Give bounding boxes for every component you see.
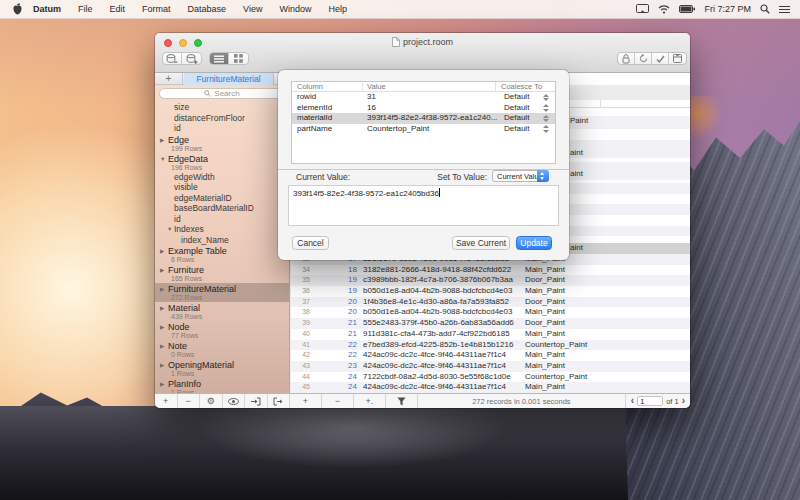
lock-icon[interactable]: [618, 53, 635, 64]
add-tab-button[interactable]: +: [155, 73, 183, 85]
coalesce-stepper-icon[interactable]: [543, 94, 550, 102]
row-number: 37: [291, 297, 310, 308]
sidebar-item-planinfo[interactable]: ▶PlanInfo1 Rows: [155, 378, 289, 393]
table-row[interactable]: 44247122cbdf-08a2-4d5d-8030-5e55f68c1d0e…: [291, 372, 690, 383]
menu-item-file[interactable]: File: [78, 4, 93, 14]
sidebar-item-index-name[interactable]: index_Name: [155, 235, 289, 246]
cancel-button[interactable]: Cancel: [292, 236, 329, 250]
table-row[interactable]: 3820b050d1e8-ad04-4b2b-9088-bdcfcbcd4e03…: [291, 307, 690, 318]
table-row[interactable]: 34183182e881-2666-418d-9418-88f42cfdd622…: [291, 265, 690, 276]
table-row[interactable]: 4323424ac09c-dc2c-4fce-9f46-44311ae7f1c4…: [291, 361, 690, 372]
list-view-button[interactable]: [210, 53, 229, 64]
table-row[interactable]: 4122e7bed389-efcd-4225-852b-1e4b815b1216…: [291, 340, 690, 351]
coalesce-stepper-icon[interactable]: [543, 125, 550, 133]
sidebar-item-example-table[interactable]: ▶Example Table6 Rows: [155, 245, 289, 264]
delete-record-button[interactable]: −: [322, 394, 354, 408]
page-number-input[interactable]: [637, 396, 663, 406]
disclosure-collapsed-icon[interactable]: ▶: [160, 381, 164, 387]
menu-item-help[interactable]: Help: [328, 4, 347, 14]
sidebar-item-furniturematerial[interactable]: ▶FurnitureMaterial272 Rows: [155, 283, 289, 302]
table-row[interactable]: 3519c3989bbb-182f-4c7a-b706-3876b067b3aa…: [291, 275, 690, 286]
row-number: 40: [291, 329, 310, 340]
disclosure-collapsed-icon[interactable]: ▶: [160, 248, 164, 254]
apple-menu-icon[interactable]: [12, 3, 23, 16]
table-row[interactable]: 4222424ac09c-dc2c-4fce-9f46-44311ae7f1c4…: [291, 350, 690, 361]
sidebar-search-input[interactable]: Search: [159, 88, 285, 99]
import-icon[interactable]: [245, 394, 268, 408]
save-current-button[interactable]: Save Current: [452, 236, 510, 250]
display-mirroring-icon[interactable]: [636, 4, 649, 14]
popover-row-partname[interactable]: partNameCountertop_PaintDefault: [292, 124, 555, 135]
sidebar-item-edgewidth[interactable]: edgeWidth: [155, 172, 289, 183]
menu-bar-clock[interactable]: Fri 7:27 PM: [704, 4, 751, 14]
sidebar-item-material[interactable]: ▶Material439 Rows: [155, 302, 289, 321]
sidebar-item-distancefromfloor[interactable]: distanceFromFloor: [155, 113, 289, 124]
sidebar-item-baseboardmaterialid[interactable]: baseBoardMaterialID: [155, 203, 289, 214]
spotlight-icon[interactable]: [760, 4, 770, 14]
sidebar-item-visible[interactable]: visible: [155, 182, 289, 193]
disclosure-expanded-icon[interactable]: ▼: [167, 224, 172, 235]
table-row[interactable]: 3921555e2483-379f-45b0-a26b-6ab83a56add6…: [291, 318, 690, 329]
popover-row-elementid[interactable]: elementId16Default: [292, 103, 555, 114]
menu-item-format[interactable]: Format: [142, 4, 171, 14]
cell-materialid: 3182e881-2666-418d-9418-88f42cfdd622: [363, 265, 511, 276]
sidebar-item-indexes[interactable]: ▼Indexes: [155, 224, 289, 235]
menu-item-view[interactable]: View: [243, 4, 262, 14]
sidebar-item-node[interactable]: ▶Node77 Rows: [155, 321, 289, 340]
coalesce-stepper-icon[interactable]: [543, 104, 550, 112]
table-row[interactable]: 4524424ac09c-dc2c-4fce-9f46-44311ae7f1c4…: [291, 382, 690, 393]
sidebar-add-button[interactable]: +: [155, 394, 178, 408]
table-row[interactable]: 37201f4b36e8-4e1c-4d30-a86a-fa7a593fa852…: [291, 297, 690, 308]
menu-item-database[interactable]: Database: [188, 4, 227, 14]
grid-view-button[interactable]: [229, 53, 248, 64]
disclosure-collapsed-icon[interactable]: ▶: [160, 362, 164, 368]
disclosure-collapsed-icon[interactable]: ▶: [160, 137, 164, 143]
title-bar[interactable]: project.room: [155, 33, 690, 73]
menu-item-edit[interactable]: Edit: [110, 4, 126, 14]
archive-box-icon[interactable]: [669, 53, 686, 64]
sidebar-item-size[interactable]: size: [155, 102, 289, 113]
sidebar-item-note[interactable]: ▶Note0 Rows: [155, 340, 289, 359]
disclosure-expanded-icon[interactable]: ▼: [160, 156, 165, 162]
disclosure-collapsed-icon[interactable]: ▶: [160, 305, 164, 311]
disclosure-collapsed-icon[interactable]: ▶: [160, 267, 164, 273]
notification-center-icon[interactable]: [779, 5, 790, 14]
sidebar-item-id[interactable]: id: [155, 214, 289, 225]
sidebar-row-count: 196 Rows: [171, 164, 289, 172]
sidebar-item-furniture[interactable]: ▶Furniture165 Rows: [155, 264, 289, 283]
update-button[interactable]: Update: [516, 236, 552, 250]
remove-database-button[interactable]: [163, 53, 182, 64]
inspect-eye-icon[interactable]: [223, 394, 246, 408]
filter-funnel-icon[interactable]: [386, 394, 418, 408]
add-database-button[interactable]: [182, 53, 201, 64]
popover-row-rowid[interactable]: rowid31Default: [292, 92, 555, 103]
previous-page-icon[interactable]: ‹: [631, 395, 634, 407]
export-icon[interactable]: [268, 394, 291, 408]
menu-item-window[interactable]: Window: [279, 4, 311, 14]
sidebar-action-gear-icon[interactable]: ⚙: [200, 394, 223, 408]
wifi-icon[interactable]: [658, 5, 670, 14]
set-to-value-dropdown[interactable]: Current Value: [492, 170, 549, 182]
battery-icon[interactable]: [679, 5, 695, 13]
menu-item-datum[interactable]: Datum: [33, 4, 61, 14]
sidebar-item-openingmaterial[interactable]: ▶OpeningMaterial1 Rows: [155, 359, 289, 378]
table-row[interactable]: 4021911d381c-cfa4-473b-add7-4cf922bd6185…: [291, 329, 690, 340]
disclosure-collapsed-icon[interactable]: ▶: [160, 286, 164, 292]
current-value-textarea[interactable]: 393f14f5-82e2-4f38-9572-ea1c2405bd36: [288, 185, 559, 226]
disclosure-collapsed-icon[interactable]: ▶: [160, 343, 164, 349]
sidebar-item-edgematerialid[interactable]: edgeMaterialID: [155, 193, 289, 204]
sidebar-item-edgedata[interactable]: ▼EdgeData196 Rows: [155, 153, 289, 172]
next-page-icon[interactable]: ›: [682, 395, 685, 407]
sidebar-item-id[interactable]: id: [155, 123, 289, 134]
refresh-icon[interactable]: [635, 53, 652, 64]
sidebar-item-edge[interactable]: ▶Edge199 Rows: [155, 134, 289, 153]
popover-row-materialid[interactable]: materialId393f14f5-82e2-4f38-9572-ea1c24…: [292, 113, 555, 124]
sidebar-remove-button[interactable]: −: [178, 394, 201, 408]
add-multiple-records-button[interactable]: +.: [354, 394, 386, 408]
coalesce-stepper-icon[interactable]: [543, 115, 550, 123]
table-row[interactable]: 3619b050d1e8-ad04-4b2b-9088-bdcfcbcd4e03…: [291, 286, 690, 297]
add-record-button[interactable]: +: [290, 394, 322, 408]
disclosure-collapsed-icon[interactable]: ▶: [160, 324, 164, 330]
tab-furniturematerial[interactable]: FurnitureMaterial: [184, 73, 274, 85]
commit-check-icon[interactable]: [652, 53, 669, 64]
